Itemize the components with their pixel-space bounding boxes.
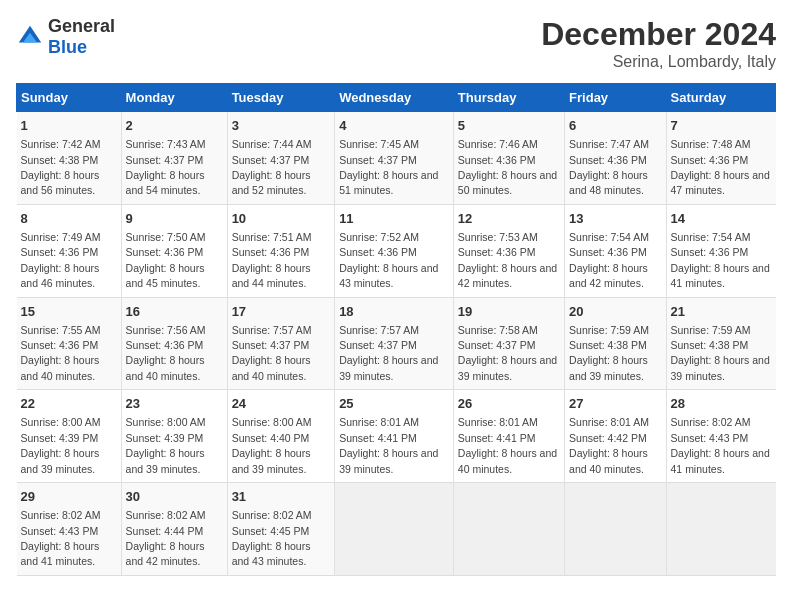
day-info: Sunrise: 7:47 AMSunset: 4:36 PMDaylight:… xyxy=(569,138,649,196)
calendar-cell: 19Sunrise: 7:58 AMSunset: 4:37 PMDayligh… xyxy=(453,297,564,390)
day-number: 22 xyxy=(21,395,117,413)
logo: General Blue xyxy=(16,16,115,58)
day-number: 27 xyxy=(569,395,661,413)
calendar-cell: 14Sunrise: 7:54 AMSunset: 4:36 PMDayligh… xyxy=(666,204,775,297)
day-number: 26 xyxy=(458,395,560,413)
title-block: December 2024 Serina, Lombardy, Italy xyxy=(541,16,776,71)
day-info: Sunrise: 7:54 AMSunset: 4:36 PMDaylight:… xyxy=(569,231,649,289)
calendar-cell: 6Sunrise: 7:47 AMSunset: 4:36 PMDaylight… xyxy=(565,112,666,205)
calendar-cell: 22Sunrise: 8:00 AMSunset: 4:39 PMDayligh… xyxy=(17,390,122,483)
calendar-cell: 5Sunrise: 7:46 AMSunset: 4:36 PMDaylight… xyxy=(453,112,564,205)
calendar-cell: 4Sunrise: 7:45 AMSunset: 4:37 PMDaylight… xyxy=(335,112,454,205)
calendar-cell: 23Sunrise: 8:00 AMSunset: 4:39 PMDayligh… xyxy=(121,390,227,483)
day-info: Sunrise: 8:01 AMSunset: 4:41 PMDaylight:… xyxy=(339,416,438,474)
calendar-cell: 17Sunrise: 7:57 AMSunset: 4:37 PMDayligh… xyxy=(227,297,335,390)
calendar-week-row: 29Sunrise: 8:02 AMSunset: 4:43 PMDayligh… xyxy=(17,483,776,576)
calendar-week-row: 22Sunrise: 8:00 AMSunset: 4:39 PMDayligh… xyxy=(17,390,776,483)
day-info: Sunrise: 7:44 AMSunset: 4:37 PMDaylight:… xyxy=(232,138,312,196)
day-info: Sunrise: 8:00 AMSunset: 4:39 PMDaylight:… xyxy=(21,416,101,474)
calendar-cell: 30Sunrise: 8:02 AMSunset: 4:44 PMDayligh… xyxy=(121,483,227,576)
calendar-cell xyxy=(335,483,454,576)
weekday-header-friday: Friday xyxy=(565,84,666,112)
page-header: General Blue December 2024 Serina, Lomba… xyxy=(16,16,776,71)
weekday-header-saturday: Saturday xyxy=(666,84,775,112)
day-info: Sunrise: 8:02 AMSunset: 4:43 PMDaylight:… xyxy=(671,416,770,474)
logo-general: General xyxy=(48,16,115,36)
day-info: Sunrise: 7:53 AMSunset: 4:36 PMDaylight:… xyxy=(458,231,557,289)
calendar-week-row: 15Sunrise: 7:55 AMSunset: 4:36 PMDayligh… xyxy=(17,297,776,390)
weekday-header-monday: Monday xyxy=(121,84,227,112)
calendar-cell: 21Sunrise: 7:59 AMSunset: 4:38 PMDayligh… xyxy=(666,297,775,390)
day-info: Sunrise: 7:59 AMSunset: 4:38 PMDaylight:… xyxy=(569,324,649,382)
day-number: 2 xyxy=(126,117,223,135)
day-number: 20 xyxy=(569,303,661,321)
day-info: Sunrise: 7:56 AMSunset: 4:36 PMDaylight:… xyxy=(126,324,206,382)
day-number: 25 xyxy=(339,395,449,413)
day-info: Sunrise: 7:57 AMSunset: 4:37 PMDaylight:… xyxy=(339,324,438,382)
day-info: Sunrise: 8:02 AMSunset: 4:45 PMDaylight:… xyxy=(232,509,312,567)
day-info: Sunrise: 7:49 AMSunset: 4:36 PMDaylight:… xyxy=(21,231,101,289)
calendar-cell xyxy=(565,483,666,576)
weekday-header-thursday: Thursday xyxy=(453,84,564,112)
day-number: 18 xyxy=(339,303,449,321)
day-number: 17 xyxy=(232,303,331,321)
weekday-header-sunday: Sunday xyxy=(17,84,122,112)
day-info: Sunrise: 7:42 AMSunset: 4:38 PMDaylight:… xyxy=(21,138,101,196)
calendar-cell: 29Sunrise: 8:02 AMSunset: 4:43 PMDayligh… xyxy=(17,483,122,576)
day-info: Sunrise: 7:59 AMSunset: 4:38 PMDaylight:… xyxy=(671,324,770,382)
day-number: 28 xyxy=(671,395,772,413)
day-info: Sunrise: 7:55 AMSunset: 4:36 PMDaylight:… xyxy=(21,324,101,382)
calendar-cell: 11Sunrise: 7:52 AMSunset: 4:36 PMDayligh… xyxy=(335,204,454,297)
day-info: Sunrise: 7:46 AMSunset: 4:36 PMDaylight:… xyxy=(458,138,557,196)
logo-text: General Blue xyxy=(48,16,115,58)
calendar-table: SundayMondayTuesdayWednesdayThursdayFrid… xyxy=(16,83,776,576)
calendar-cell: 15Sunrise: 7:55 AMSunset: 4:36 PMDayligh… xyxy=(17,297,122,390)
day-info: Sunrise: 7:52 AMSunset: 4:36 PMDaylight:… xyxy=(339,231,438,289)
day-info: Sunrise: 8:00 AMSunset: 4:39 PMDaylight:… xyxy=(126,416,206,474)
calendar-cell: 24Sunrise: 8:00 AMSunset: 4:40 PMDayligh… xyxy=(227,390,335,483)
calendar-cell: 8Sunrise: 7:49 AMSunset: 4:36 PMDaylight… xyxy=(17,204,122,297)
day-number: 13 xyxy=(569,210,661,228)
day-number: 21 xyxy=(671,303,772,321)
calendar-cell: 25Sunrise: 8:01 AMSunset: 4:41 PMDayligh… xyxy=(335,390,454,483)
calendar-cell: 2Sunrise: 7:43 AMSunset: 4:37 PMDaylight… xyxy=(121,112,227,205)
calendar-cell: 18Sunrise: 7:57 AMSunset: 4:37 PMDayligh… xyxy=(335,297,454,390)
day-info: Sunrise: 7:45 AMSunset: 4:37 PMDaylight:… xyxy=(339,138,438,196)
day-info: Sunrise: 7:43 AMSunset: 4:37 PMDaylight:… xyxy=(126,138,206,196)
calendar-cell: 10Sunrise: 7:51 AMSunset: 4:36 PMDayligh… xyxy=(227,204,335,297)
calendar-cell: 1Sunrise: 7:42 AMSunset: 4:38 PMDaylight… xyxy=(17,112,122,205)
day-info: Sunrise: 8:01 AMSunset: 4:41 PMDaylight:… xyxy=(458,416,557,474)
day-info: Sunrise: 8:01 AMSunset: 4:42 PMDaylight:… xyxy=(569,416,649,474)
weekday-header-wednesday: Wednesday xyxy=(335,84,454,112)
calendar-cell: 28Sunrise: 8:02 AMSunset: 4:43 PMDayligh… xyxy=(666,390,775,483)
calendar-cell: 13Sunrise: 7:54 AMSunset: 4:36 PMDayligh… xyxy=(565,204,666,297)
day-number: 16 xyxy=(126,303,223,321)
calendar-cell: 16Sunrise: 7:56 AMSunset: 4:36 PMDayligh… xyxy=(121,297,227,390)
calendar-header-row: SundayMondayTuesdayWednesdayThursdayFrid… xyxy=(17,84,776,112)
day-number: 6 xyxy=(569,117,661,135)
day-number: 5 xyxy=(458,117,560,135)
day-info: Sunrise: 7:57 AMSunset: 4:37 PMDaylight:… xyxy=(232,324,312,382)
day-number: 7 xyxy=(671,117,772,135)
day-info: Sunrise: 8:02 AMSunset: 4:43 PMDaylight:… xyxy=(21,509,101,567)
day-number: 30 xyxy=(126,488,223,506)
day-number: 19 xyxy=(458,303,560,321)
calendar-week-row: 8Sunrise: 7:49 AMSunset: 4:36 PMDaylight… xyxy=(17,204,776,297)
day-number: 31 xyxy=(232,488,331,506)
calendar-cell xyxy=(666,483,775,576)
day-number: 8 xyxy=(21,210,117,228)
logo-icon xyxy=(16,23,44,51)
day-info: Sunrise: 7:50 AMSunset: 4:36 PMDaylight:… xyxy=(126,231,206,289)
day-info: Sunrise: 7:48 AMSunset: 4:36 PMDaylight:… xyxy=(671,138,770,196)
day-info: Sunrise: 8:00 AMSunset: 4:40 PMDaylight:… xyxy=(232,416,312,474)
day-info: Sunrise: 7:51 AMSunset: 4:36 PMDaylight:… xyxy=(232,231,312,289)
day-number: 15 xyxy=(21,303,117,321)
day-number: 11 xyxy=(339,210,449,228)
day-number: 23 xyxy=(126,395,223,413)
day-info: Sunrise: 8:02 AMSunset: 4:44 PMDaylight:… xyxy=(126,509,206,567)
day-number: 12 xyxy=(458,210,560,228)
weekday-header-tuesday: Tuesday xyxy=(227,84,335,112)
calendar-cell: 20Sunrise: 7:59 AMSunset: 4:38 PMDayligh… xyxy=(565,297,666,390)
calendar-cell: 26Sunrise: 8:01 AMSunset: 4:41 PMDayligh… xyxy=(453,390,564,483)
day-number: 14 xyxy=(671,210,772,228)
